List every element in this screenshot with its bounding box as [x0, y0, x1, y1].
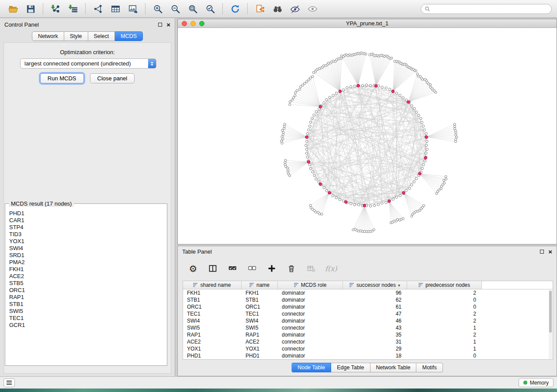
window-zoom-icon[interactable]: [199, 21, 204, 26]
import-network-icon[interactable]: [48, 2, 63, 16]
result-node[interactable]: CAR1: [9, 217, 163, 224]
table-cell: 0: [407, 296, 482, 303]
zoom-in-icon[interactable]: [150, 2, 166, 16]
window-minimize-icon[interactable]: [190, 21, 196, 26]
refresh-icon[interactable]: [227, 2, 243, 16]
table-cell: YOX1: [183, 345, 242, 352]
column-header-predecessor-nodes[interactable]: predecessor nodes: [407, 281, 482, 289]
result-node[interactable]: TEC1: [9, 315, 163, 322]
close-icon[interactable]: ×: [166, 21, 170, 28]
export-image-icon[interactable]: [125, 2, 141, 16]
search-box[interactable]: [421, 4, 552, 14]
table-row[interactable]: TEC1TEC1connector472: [183, 310, 553, 317]
save-session-icon[interactable]: [23, 2, 38, 16]
column-header-successor-nodes[interactable]: successor nodes▾: [343, 281, 407, 289]
deselect-all-icon[interactable]: [246, 263, 258, 274]
toolbar-separator: [222, 3, 223, 14]
network-window-titlebar[interactable]: YPA_prune.txt_1: [178, 19, 557, 28]
search-icon: [425, 6, 430, 12]
table-cell: dominator: [278, 289, 343, 296]
result-node[interactable]: PHD1: [9, 210, 163, 217]
tab-motifs[interactable]: Motifs: [416, 363, 443, 372]
tab-mcds[interactable]: MCDS: [115, 31, 143, 41]
window-close-icon[interactable]: [182, 21, 187, 26]
run-mcds-button[interactable]: Run MCDS: [40, 73, 84, 83]
memory-button[interactable]: Memory: [519, 378, 554, 387]
mcds-result-list[interactable]: PHD1CAR1STP4TID3YOX1SWI4SRD1PMA2FKH1ACE2…: [6, 207, 166, 365]
result-node[interactable]: ORC1: [9, 287, 163, 294]
new-network-icon[interactable]: [90, 2, 106, 16]
float-window-icon[interactable]: [540, 250, 544, 254]
open-file-icon[interactable]: [5, 2, 21, 16]
table-cell: PHD1: [242, 352, 278, 359]
table-cell: dominator: [278, 352, 343, 359]
show-hide-icon[interactable]: [287, 2, 303, 16]
result-node[interactable]: GCR1: [9, 322, 163, 329]
preview-icon[interactable]: [304, 2, 320, 16]
table-panel-title: Table Panel: [182, 248, 212, 255]
table-row[interactable]: SWI4SWI4dominator462: [183, 317, 553, 324]
table-cell: PHD1: [183, 352, 242, 359]
zoom-fit-icon[interactable]: [185, 2, 201, 16]
float-window-icon[interactable]: [158, 23, 162, 27]
result-node[interactable]: RAP1: [9, 294, 163, 301]
search-input[interactable]: [433, 6, 548, 12]
result-node[interactable]: STP4: [9, 224, 163, 231]
delete-column-icon[interactable]: [286, 263, 297, 274]
result-node[interactable]: SWI5: [9, 308, 163, 315]
tab-network[interactable]: Network: [32, 31, 64, 41]
network-canvas[interactable]: [178, 28, 557, 244]
column-header-shared-name[interactable]: shared name: [183, 281, 242, 289]
result-node[interactable]: STB5: [9, 280, 163, 287]
result-node[interactable]: PMA2: [9, 259, 163, 266]
zoom-out-icon[interactable]: [167, 2, 183, 16]
tab-style[interactable]: Style: [64, 31, 88, 41]
network-window: YPA_prune.txt_1: [177, 19, 557, 244]
table-cell: SWI5: [242, 324, 278, 331]
table-row[interactable]: ORC1ORC1dominator610: [183, 303, 553, 310]
tab-edge-table[interactable]: Edge Table: [331, 363, 370, 372]
import-table-icon[interactable]: [65, 2, 81, 16]
table-row[interactable]: YOX1YOX1connector291: [183, 345, 553, 352]
result-node[interactable]: SWI4: [9, 245, 163, 252]
tab-node-table[interactable]: Node Table: [291, 363, 331, 372]
select-all-icon[interactable]: [227, 263, 238, 274]
table-scrollbar[interactable]: [549, 290, 552, 359]
column-header-MCDS-role[interactable]: MCDS role: [278, 281, 343, 289]
table-row[interactable]: ACE2ACE2connector311: [183, 338, 553, 345]
copy-network-icon[interactable]: [252, 2, 268, 16]
table-body: FKH1FKH1dominator962STB1STB1dominator620…: [183, 289, 553, 359]
table-cell: 0: [407, 303, 482, 310]
function-builder-icon[interactable]: f(x): [325, 263, 337, 274]
table-settings-gear-icon[interactable]: ⚙: [187, 263, 199, 274]
tab-select[interactable]: Select: [88, 31, 115, 41]
tab-network-table[interactable]: Network Table: [370, 363, 417, 372]
dropdown-stepper-icon: [148, 59, 156, 68]
table-row[interactable]: SWI5SWI5connector431: [183, 324, 553, 331]
table-cell: 2: [407, 310, 482, 317]
zoom-selected-icon[interactable]: [202, 2, 218, 16]
table-row[interactable]: PHD1PHD1dominator180: [183, 352, 553, 359]
result-node[interactable]: FKH1: [9, 266, 163, 273]
result-node[interactable]: YOX1: [9, 238, 163, 245]
result-node[interactable]: STB1: [9, 301, 163, 308]
column-header-name[interactable]: name: [242, 281, 278, 289]
new-table-icon[interactable]: [107, 2, 123, 16]
toolbar-separator: [43, 3, 43, 14]
table-row[interactable]: RAP1RAP1dominator352: [183, 331, 553, 338]
toolbar-separator: [85, 3, 86, 14]
result-node[interactable]: ACE2: [9, 273, 163, 280]
table-row[interactable]: FKH1FKH1dominator962: [183, 289, 553, 296]
close-icon[interactable]: ×: [548, 248, 552, 255]
delete-table-icon[interactable]: [305, 263, 317, 274]
criterion-dropdown[interactable]: largest connected component (undirected): [20, 58, 156, 69]
find-icon[interactable]: [270, 2, 285, 16]
show-columns-icon[interactable]: [207, 263, 218, 274]
network-graph[interactable]: [178, 28, 557, 244]
add-column-icon[interactable]: [266, 263, 277, 274]
table-row[interactable]: STB1STB1dominator620: [183, 296, 553, 303]
result-node[interactable]: TID3: [9, 231, 163, 238]
close-panel-button[interactable]: Close panel: [90, 73, 135, 83]
task-history-icon[interactable]: [3, 378, 15, 387]
result-node[interactable]: SRD1: [9, 252, 163, 259]
